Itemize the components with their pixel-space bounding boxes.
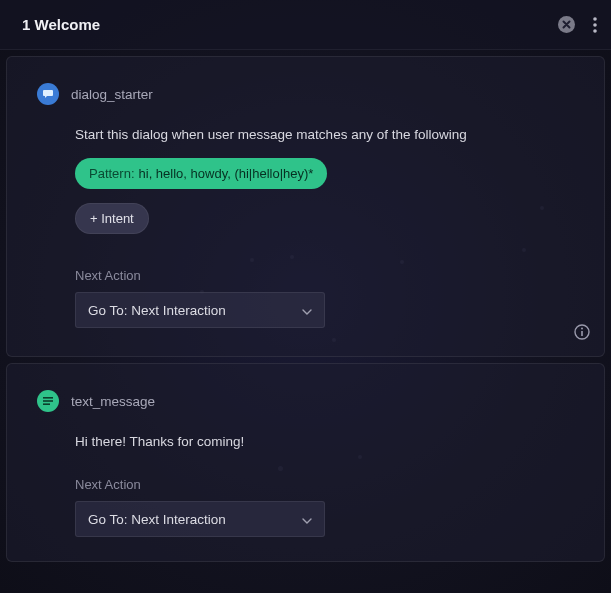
svg-point-6 bbox=[581, 328, 583, 330]
svg-rect-7 bbox=[43, 397, 53, 399]
dialog-starter-card: dialog_starter Start this dialog when us… bbox=[6, 56, 605, 357]
svg-rect-9 bbox=[43, 403, 50, 405]
chevron-down-icon bbox=[302, 512, 312, 527]
close-circle-icon[interactable] bbox=[558, 16, 575, 33]
chevron-down-icon bbox=[302, 303, 312, 318]
next-action-value: Go To: Next Interaction bbox=[88, 512, 226, 527]
pattern-chip[interactable]: Pattern: hi, hello, howdy, (hi|hello|hey… bbox=[75, 158, 327, 189]
message-text: Hi there! Thanks for coming! bbox=[75, 434, 574, 449]
kebab-menu-icon[interactable] bbox=[593, 17, 597, 33]
flow-header: 1 Welcome bbox=[0, 0, 611, 50]
text-message-card: text_message Hi there! Thanks for coming… bbox=[6, 363, 605, 562]
flow-title: 1 Welcome bbox=[22, 16, 558, 33]
add-intent-button[interactable]: + Intent bbox=[75, 203, 149, 234]
pattern-key: Pattern: bbox=[89, 166, 135, 181]
svg-point-2 bbox=[593, 23, 597, 27]
dialog-description: Start this dialog when user message matc… bbox=[75, 127, 574, 142]
text-lines-icon bbox=[37, 390, 59, 412]
next-action-label: Next Action bbox=[75, 477, 574, 492]
svg-rect-5 bbox=[581, 331, 583, 336]
chat-bubble-icon bbox=[37, 83, 59, 105]
svg-point-1 bbox=[593, 17, 597, 21]
next-action-value: Go To: Next Interaction bbox=[88, 303, 226, 318]
next-action-label: Next Action bbox=[75, 268, 574, 283]
next-action-select[interactable]: Go To: Next Interaction bbox=[75, 292, 325, 328]
pattern-value: hi, hello, howdy, (hi|hello|hey)* bbox=[139, 166, 314, 181]
node-type-label: dialog_starter bbox=[71, 87, 153, 102]
node-type-label: text_message bbox=[71, 394, 155, 409]
svg-rect-8 bbox=[43, 400, 53, 402]
info-icon[interactable] bbox=[574, 324, 590, 344]
next-action-select[interactable]: Go To: Next Interaction bbox=[75, 501, 325, 537]
svg-point-3 bbox=[593, 29, 597, 33]
